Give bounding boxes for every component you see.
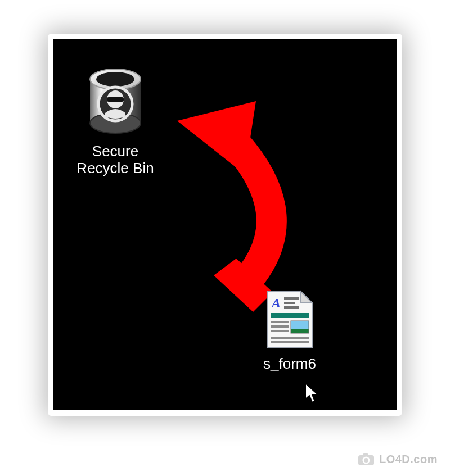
svg-rect-20 [271, 337, 309, 339]
svg-marker-8 [177, 101, 256, 174]
document-file-label: s_form6 [263, 356, 316, 373]
recycle-bin-label: Secure Recycle Bin [76, 143, 154, 177]
drag-arrow-icon [158, 90, 326, 315]
svg-point-25 [364, 458, 368, 463]
document-file-icon: A [264, 289, 316, 352]
svg-rect-11 [284, 302, 295, 304]
desktop-area[interactable]: Secure Recycle Bin [53, 39, 397, 410]
secure-recycle-bin[interactable]: Secure Recycle Bin [65, 65, 166, 177]
svg-rect-18 [271, 325, 289, 328]
svg-rect-21 [271, 341, 309, 343]
cursor-arrow-icon [304, 382, 321, 405]
watermark: LO4D.com [358, 452, 438, 466]
svg-rect-19 [271, 330, 289, 332]
svg-rect-10 [284, 297, 299, 300]
screenshot-frame: Secure Recycle Bin [48, 34, 402, 416]
svg-rect-23 [363, 453, 368, 456]
document-file[interactable]: A [245, 289, 335, 373]
svg-rect-15 [291, 329, 309, 333]
recycle-bin-icon [82, 65, 149, 140]
svg-rect-13 [271, 313, 309, 318]
svg-rect-12 [284, 306, 299, 309]
svg-point-3 [96, 72, 134, 87]
svg-rect-17 [271, 321, 289, 323]
svg-text:A: A [271, 296, 281, 310]
camera-icon [358, 452, 375, 466]
svg-rect-6 [107, 97, 124, 102]
watermark-text: LO4D.com [379, 453, 438, 466]
